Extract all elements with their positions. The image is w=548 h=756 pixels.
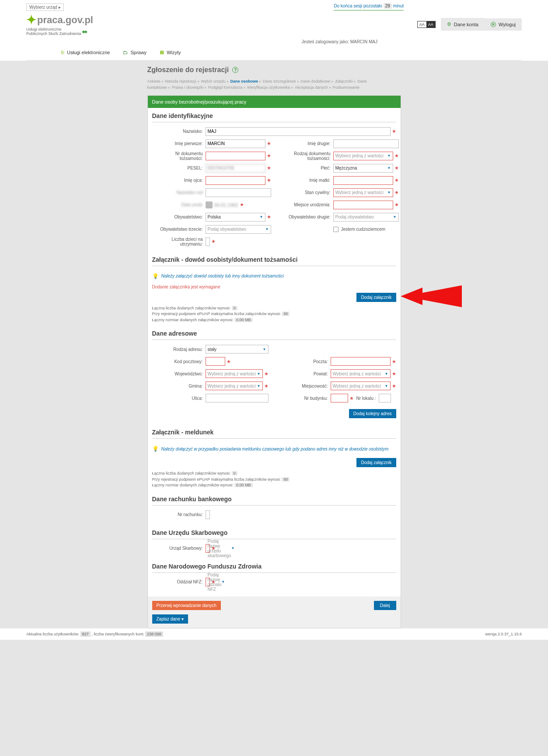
us-select[interactable]: Podaj nazwę urzędu skarbowego▼: [206, 544, 210, 553]
dalej-button[interactable]: Dalej: [374, 601, 396, 610]
services-icon: ⎘: [61, 50, 64, 55]
chevron-down-icon: ▼: [257, 384, 261, 388]
imie-pierwsze-input[interactable]: [206, 139, 265, 148]
woj-select[interactable]: Wybierz jedną z wartości▼: [206, 369, 263, 378]
zapisz-button[interactable]: Zapisz dane ▾: [152, 614, 188, 624]
green-arrow-icon: ⬌: [82, 28, 87, 36]
gmina-select[interactable]: Wybierz jedną z wartości▼: [206, 381, 263, 390]
required-star: ★: [264, 371, 269, 377]
przerwij-button[interactable]: Przerwij wprowadzanie danych: [152, 601, 221, 610]
dane-konta-button[interactable]: ⚙ Dane konta: [441, 18, 485, 31]
obyw-select[interactable]: Polska▼: [206, 213, 265, 222]
breadcrumb-item: Prawa i obowiązki: [172, 85, 203, 90]
required-star: ★: [211, 239, 216, 244]
imie-drugie-label: Imię drugie:: [280, 141, 333, 146]
required-star: ★: [267, 177, 271, 183]
imiematki-label: Imię matki:: [280, 178, 333, 183]
breadcrumb-item: Dane szczegółowe: [263, 79, 296, 83]
chevron-down-icon: ▼: [387, 154, 391, 158]
nrlok-input[interactable]: [379, 394, 391, 402]
dodaj-kolejny-adres-button[interactable]: Dodaj kolejny adres: [349, 409, 396, 418]
plec-label: Płeć:: [280, 166, 333, 170]
nrbud-input[interactable]: [331, 394, 348, 402]
nav-sprawy[interactable]: 🗀Sprawy: [123, 49, 147, 55]
nazwrod-input[interactable]: [206, 188, 271, 197]
wybierz-urzad-button[interactable]: Wybierz urząd ▸: [26, 3, 64, 11]
rodzdok-label: Rodzaj dokumentu tożsamości:: [280, 151, 333, 161]
required-star: ★: [392, 359, 396, 364]
dataur-value: 04.01.1982: [214, 202, 238, 208]
required-star: ★: [227, 359, 231, 364]
plec-select[interactable]: Mężczyzna▼: [333, 164, 393, 173]
obyw3-select[interactable]: Podaj obywatelstwo▼: [206, 225, 271, 234]
nrbud-label: Nr budynku:: [277, 396, 331, 401]
dodaj-zalacznik-button[interactable]: Dodaj załącznik: [356, 293, 396, 302]
stancyw-select[interactable]: Wybierz jedną z wartości▼: [333, 188, 393, 197]
dodaj-zalacznik-meldunek-button[interactable]: Dodaj załącznik: [356, 458, 396, 467]
chevron-down-icon: ▼: [387, 191, 391, 194]
poczta-input[interactable]: [331, 357, 391, 366]
rodzdok-select[interactable]: Wybierz jedną z wartości▼: [333, 152, 393, 160]
calendar-icon[interactable]: [206, 201, 213, 208]
imiematki-input[interactable]: [333, 176, 393, 185]
miejsceur-input[interactable]: [333, 201, 393, 209]
rodzadr-select[interactable]: stały▼: [206, 345, 269, 354]
imie-drugie-input[interactable]: [333, 139, 399, 148]
zal2-stats: Łączna liczba dodanych załączników wynos…: [152, 471, 396, 489]
miejsc-select[interactable]: Wybierz jedną z wartości▼: [331, 381, 391, 390]
imieojca-label: Imię ojca:: [152, 178, 206, 183]
wyloguj-button[interactable]: ✕ Wyloguj: [485, 18, 522, 31]
nrlok-label: Nr lokalu :: [356, 396, 376, 401]
imieojca-input[interactable]: [206, 176, 265, 185]
breadcrumb-item: Załączniki: [335, 79, 353, 83]
pesel-input[interactable]: [206, 164, 265, 173]
section-dane-identyfikacyjne: Dane identyfikacyjne: [152, 112, 396, 122]
nrach-input[interactable]: [206, 510, 210, 519]
stancyw-label: Stan cywilny:: [280, 190, 333, 195]
required-star: ★: [240, 202, 244, 208]
obyw3-label: Obywatelstwo trzecie:: [152, 227, 206, 232]
required-star: ★: [267, 165, 271, 171]
obyw-label: Obywatelstwo:: [152, 215, 206, 219]
ulica-label: Ulica:: [152, 396, 206, 401]
chevron-down-icon: ▼: [260, 215, 263, 219]
close-icon: ✕: [491, 22, 496, 27]
breadcrumb-item: Dane dodatkowe: [301, 79, 331, 83]
nazwisko-input[interactable]: [206, 127, 391, 136]
dzieci-input[interactable]: [206, 237, 210, 246]
breadcrumb-item[interactable]: Metoda rejestracji: [165, 79, 196, 83]
nrdok-input[interactable]: [206, 152, 265, 160]
nav-uslugi[interactable]: ⎘Usługi elektroniczne: [61, 49, 110, 55]
section-nfz: Dane Narodowego Funduszu Zdrowia: [152, 563, 396, 573]
folder-icon: 🗀: [123, 50, 128, 55]
chevron-down-icon: ▼: [257, 372, 261, 376]
footer-stats: Aktualna liczba użytkowników: 827 , licz…: [26, 632, 163, 636]
breadcrumb-item[interactable]: Ankieta: [147, 79, 161, 83]
breadcrumb-item[interactable]: Wybór urzędu: [201, 79, 226, 83]
gear-icon: ⚙: [447, 21, 451, 27]
breadcrumb-item[interactable]: Dane osobowe: [230, 79, 258, 83]
font-size-toggle[interactable]: AA AA: [417, 21, 436, 28]
ulica-input[interactable]: [206, 394, 269, 402]
required-star: ★: [394, 165, 399, 171]
nfz-select[interactable]: Podaj nazwę odziału NFZ▼: [206, 578, 210, 586]
pesel-label: PESEL:: [152, 166, 206, 170]
miejsceur-label: Miejsce urodzenia:: [280, 202, 333, 207]
cudzoziemiec-checkbox[interactable]: [333, 227, 339, 232]
required-star: ★: [392, 128, 396, 134]
help-icon[interactable]: ?: [232, 67, 238, 73]
nrdok-label: Nr dokumentu tożsamości:: [152, 151, 206, 161]
obyw2-select[interactable]: Podaj obywatelstwo▼: [333, 213, 399, 222]
dzieci-label: Liczba dzieci na utrzymaniu:: [152, 237, 206, 246]
info-zal1: Należy załączyć dowód osobisty lub inny …: [161, 274, 284, 278]
required-star: ★: [394, 190, 399, 195]
kod-input[interactable]: [206, 357, 225, 366]
star-icon: ✦: [26, 13, 36, 27]
required-star: ★: [267, 153, 271, 159]
dataur-label: Data urodz: [152, 202, 206, 207]
section-zalacznik-dowod: Załącznik - dowód osobisty/dokument tożs…: [152, 256, 396, 266]
breadcrumb-item: Podgląd formularza: [208, 85, 242, 90]
nav-wizyty[interactable]: ▦Wizyty: [160, 49, 181, 55]
section-us: Dane Urzędu Skarbowego: [152, 529, 396, 539]
powiat-select[interactable]: Wybierz jedną z wartości▼: [331, 369, 391, 378]
